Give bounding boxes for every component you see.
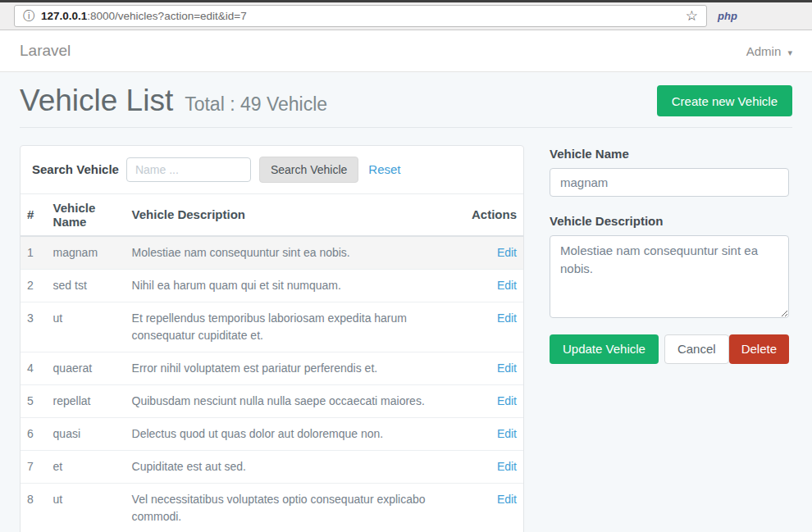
brand-link[interactable]: Laravel [20, 42, 71, 60]
url-path: :8000/vehicles?action=edit&id=7 [87, 10, 246, 22]
form-buttons: Update Vehicle Cancel Delete [550, 334, 789, 364]
row-number: 1 [21, 236, 47, 270]
app-navbar: Laravel Admin ▾ [0, 30, 812, 72]
row-vehicle-description: Quibusdam nesciunt nulla nulla saepe occ… [125, 384, 461, 417]
cancel-button[interactable]: Cancel [664, 334, 729, 364]
total-count-label: Total : 49 Vehicle [185, 93, 327, 116]
row-vehicle-description: Nihil ea harum quam qui et sit numquam. [125, 269, 461, 302]
row-number: 5 [21, 384, 47, 417]
row-number: 6 [21, 417, 47, 450]
row-vehicle-description: Molestiae nam consequuntur sint ea nobis… [125, 236, 461, 270]
reset-link[interactable]: Reset [368, 162, 400, 176]
table-row: 2 sed tst Nihil ea harum quam qui et sit… [21, 269, 523, 302]
page-title: Vehicle List [20, 84, 173, 119]
vehicle-table: # Vehicle Name Vehicle Description Actio… [21, 193, 523, 532]
header-num: # [21, 193, 47, 236]
row-number: 2 [21, 269, 47, 302]
header-vehicle-name: Vehicle Name [47, 193, 125, 236]
vehicle-name-label: Vehicle Name [550, 147, 789, 161]
table-row: 4 quaerat Error nihil voluptatem est par… [21, 352, 523, 384]
table-row: 6 quasi Delectus quod ut quas dolor aut … [21, 417, 523, 450]
row-vehicle-description: Vel necessitatibus voluptates optio cons… [125, 483, 461, 532]
row-vehicle-name: repellat [47, 384, 125, 417]
header-vehicle-description: Vehicle Description [125, 193, 461, 236]
url-host: 127.0.0.1 [41, 10, 87, 22]
table-row: 7 et Cupiditate est aut sed. Edit [21, 450, 523, 483]
update-vehicle-button[interactable]: Update Vehicle [550, 334, 659, 364]
edit-link[interactable]: Edit [497, 311, 517, 325]
search-button[interactable]: Search Vehicle [259, 157, 358, 183]
page-content: Vehicle List Total : 49 Vehicle Create n… [0, 72, 812, 532]
search-input[interactable] [126, 157, 251, 182]
row-vehicle-name: ut [47, 483, 125, 532]
header-divider [20, 127, 792, 128]
admin-dropdown-label: Admin [746, 44, 782, 58]
row-vehicle-name: magnam [47, 236, 125, 270]
vehicle-description-textarea[interactable]: Molestiae nam consequuntur sint ea nobis… [550, 235, 789, 318]
row-number: 8 [21, 483, 47, 532]
edit-link[interactable]: Edit [497, 394, 517, 407]
edit-link[interactable]: Edit [497, 361, 517, 375]
search-label: Search Vehicle [32, 162, 119, 176]
admin-dropdown[interactable]: Admin ▾ [746, 44, 792, 58]
row-vehicle-name: et [47, 450, 125, 483]
edit-link[interactable]: Edit [497, 460, 517, 473]
row-vehicle-description: Et repellendus temporibus laboriosam exp… [125, 302, 461, 352]
bookmark-star-icon[interactable]: ☆ [686, 7, 698, 25]
delete-button[interactable]: Delete [729, 334, 789, 364]
vehicle-name-input[interactable] [550, 168, 789, 197]
vehicle-description-label: Vehicle Description [550, 214, 789, 228]
search-form: Search Vehicle Search Vehicle Reset [21, 146, 523, 193]
header-actions: Actions [461, 193, 523, 236]
table-row: 8 ut Vel necessitatibus voluptates optio… [21, 483, 523, 532]
edit-link[interactable]: Edit [497, 427, 517, 440]
table-row: 1 magnam Molestiae nam consequuntur sint… [21, 236, 523, 270]
page-header: Vehicle List Total : 49 Vehicle Create n… [20, 84, 792, 119]
edit-link[interactable]: Edit [497, 279, 517, 292]
php-extension-badge[interactable]: php [718, 10, 737, 22]
table-row: 3 ut Et repellendus temporibus laboriosa… [21, 302, 523, 352]
edit-link[interactable]: Edit [497, 493, 517, 506]
row-number: 3 [21, 302, 47, 352]
edit-vehicle-form: Vehicle Name Vehicle Description Molesti… [550, 145, 789, 364]
row-vehicle-description: Delectus quod ut quas dolor aut doloremq… [125, 417, 461, 450]
row-vehicle-name: quaerat [47, 352, 125, 384]
table-header-row: # Vehicle Name Vehicle Description Actio… [21, 193, 523, 236]
table-row: 5 repellat Quibusdam nesciunt nulla null… [21, 384, 523, 417]
create-vehicle-button[interactable]: Create new Vehicle [657, 85, 792, 116]
edit-link[interactable]: Edit [497, 246, 517, 259]
row-vehicle-name: ut [47, 302, 125, 352]
row-vehicle-description: Error nihil voluptatem est pariatur perf… [125, 352, 461, 384]
row-number: 7 [21, 450, 47, 483]
page-info-icon[interactable]: ⓘ [23, 9, 34, 24]
browser-chrome: ⓘ 127.0.0.1 :8000/vehicles?action=edit&i… [0, 0, 812, 30]
address-bar[interactable]: ⓘ 127.0.0.1 :8000/vehicles?action=edit&i… [14, 5, 707, 27]
row-vehicle-name: sed tst [47, 269, 125, 302]
chevron-down-icon: ▾ [787, 48, 792, 57]
vehicle-list-card: Search Vehicle Search Vehicle Reset # Ve… [20, 145, 524, 532]
row-number: 4 [21, 352, 47, 384]
row-vehicle-description: Cupiditate est aut sed. [125, 450, 461, 483]
row-vehicle-name: quasi [47, 417, 125, 450]
